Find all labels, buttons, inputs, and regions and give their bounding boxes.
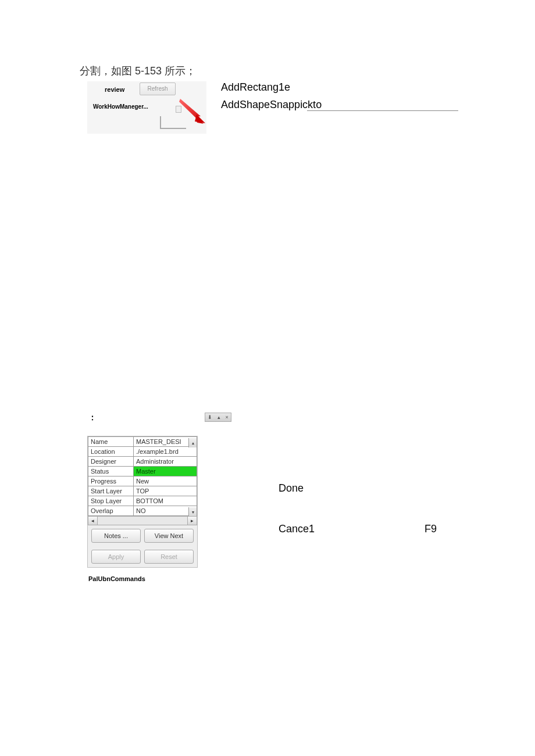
table-row: Progress New xyxy=(88,476,197,486)
cancel-text: Cance1 xyxy=(279,523,315,535)
scroll-up-icon[interactable]: ▴ xyxy=(188,438,197,447)
red-arrow-icon xyxy=(177,96,206,125)
apply-button[interactable]: Apply xyxy=(91,550,141,564)
f9-text: F9 xyxy=(425,523,437,535)
workflow-manager-label: WorkHowManeger... xyxy=(93,103,148,110)
table-row: Status Master xyxy=(88,467,197,476)
prop-key: Start Layer xyxy=(88,486,134,496)
horizontal-rule xyxy=(307,110,458,111)
table-row: Overlap NO ▾ xyxy=(88,506,197,516)
table-row: Designer Administrator xyxy=(88,457,197,467)
collapse-icon[interactable]: ▴ xyxy=(217,414,220,420)
table-row: Location ./example1.brd xyxy=(88,447,197,457)
prop-val[interactable]: New xyxy=(134,476,197,486)
properties-table: Name MASTER_DESI ▴ Location ./example1.b… xyxy=(88,436,197,516)
prop-val[interactable]: NO ▾ xyxy=(134,506,197,516)
prop-key: Location xyxy=(88,447,134,457)
properties-panel: Name MASTER_DESI ▴ Location ./example1.b… xyxy=(87,436,198,568)
refresh-button[interactable]: Refresh xyxy=(140,83,176,95)
done-text: Done xyxy=(279,482,304,495)
add-shape-text: AddShapeSnappickto xyxy=(221,99,322,111)
pin-icon[interactable]: ⬇ xyxy=(208,414,212,420)
prop-val[interactable]: BOTTOM xyxy=(134,496,197,506)
prop-val[interactable]: ./example1.brd xyxy=(134,447,197,457)
prop-key: Progress xyxy=(88,476,134,486)
horizontal-scrollbar[interactable]: ◂ ▸ xyxy=(88,516,197,525)
notes-button[interactable]: Notes ... xyxy=(91,529,141,543)
table-row: Start Layer TOP xyxy=(88,486,197,496)
palubn-commands-label: PalUbnCommands xyxy=(88,575,145,582)
prop-val-status[interactable]: Master xyxy=(134,467,197,476)
close-icon[interactable]: × xyxy=(225,414,228,420)
prop-key: Overlap xyxy=(88,506,134,516)
view-next-button[interactable]: View Next xyxy=(144,529,194,543)
ui-snippet: review Refresh WorkHowManeger... xyxy=(87,81,206,134)
colon-text: ： xyxy=(88,413,97,423)
prop-key: Stop Layer xyxy=(88,496,134,506)
scroll-left-icon[interactable]: ◂ xyxy=(88,517,98,525)
add-rectangle-text: AddRectang1e xyxy=(221,81,290,94)
prop-key: Designer xyxy=(88,457,134,467)
review-label: review xyxy=(105,86,124,93)
panel-titlebar-controls: ⬇ ▴ × xyxy=(205,413,231,422)
table-row: Stop Layer BOTTOM xyxy=(88,496,197,506)
prop-val[interactable]: MASTER_DESI ▴ xyxy=(134,437,197,447)
prop-val[interactable]: Administrator xyxy=(134,457,197,467)
caption-text: 分割，如图 5-153 所示； xyxy=(80,64,196,78)
table-row: Name MASTER_DESI ▴ xyxy=(88,437,197,447)
prop-key: Name xyxy=(88,437,134,447)
scroll-down-icon[interactable]: ▾ xyxy=(188,507,197,517)
reset-button[interactable]: Reset xyxy=(144,550,194,564)
prop-val[interactable]: TOP xyxy=(134,486,197,496)
prop-key: Status xyxy=(88,467,134,476)
scroll-right-icon[interactable]: ▸ xyxy=(187,517,197,525)
